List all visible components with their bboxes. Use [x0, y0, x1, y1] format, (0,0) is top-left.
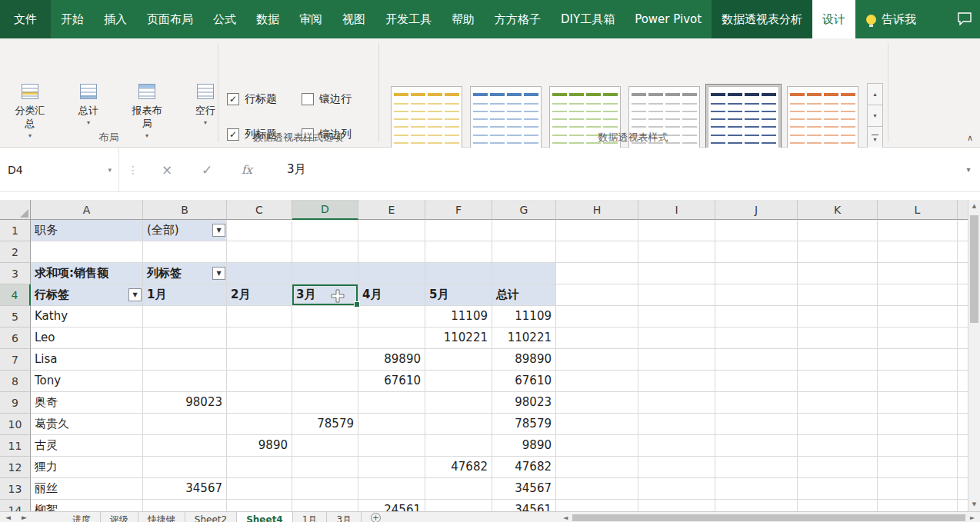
- cell-g14[interactable]: 34561: [492, 500, 556, 511]
- cell-l6[interactable]: [878, 327, 958, 349]
- cell-k13[interactable]: [798, 478, 878, 500]
- cell-i9[interactable]: [638, 392, 715, 414]
- cell-f11[interactable]: [425, 435, 492, 457]
- cell-j10[interactable]: [715, 414, 798, 435]
- sheet-nav-left-icon[interactable]: ◄: [0, 512, 16, 521]
- filter-dropdown-icon[interactable]: ▼: [128, 288, 142, 301]
- column-header-h[interactable]: H: [556, 200, 638, 220]
- cell-l11[interactable]: [878, 435, 958, 457]
- cell-a14[interactable]: 柳絮: [31, 500, 143, 511]
- cell-c14[interactable]: [227, 500, 292, 511]
- cell-j8[interactable]: [715, 371, 798, 392]
- cell-l10[interactable]: [878, 414, 958, 435]
- cell-d4[interactable]: 3月: [292, 284, 358, 306]
- cell-i3[interactable]: [638, 263, 715, 284]
- ribbon-tab-power-pivot[interactable]: Power Pivot: [625, 0, 712, 38]
- ribbon-tab-formulas[interactable]: 公式: [203, 0, 246, 38]
- horizontal-scrollbar[interactable]: ◄ ►: [560, 514, 978, 522]
- cell-g10[interactable]: 78579: [492, 414, 556, 435]
- cell-f7[interactable]: [425, 349, 492, 371]
- ribbon-tab-diy-toolbox[interactable]: DIY工具箱: [551, 0, 625, 38]
- cell-b6[interactable]: [143, 327, 227, 349]
- row-header-6[interactable]: 6: [0, 327, 31, 349]
- cell-j1[interactable]: [715, 220, 798, 241]
- gallery-scroll-down-icon[interactable]: ▾: [867, 105, 883, 127]
- column-header-f[interactable]: F: [425, 200, 492, 220]
- cell-k2[interactable]: [798, 241, 878, 263]
- cell-j12[interactable]: [715, 457, 798, 478]
- cell-c3[interactable]: [227, 263, 292, 284]
- cell-d8[interactable]: [292, 371, 358, 392]
- cell-e11[interactable]: [358, 435, 425, 457]
- cell-e13[interactable]: [358, 478, 425, 500]
- cell-l1[interactable]: [878, 220, 958, 241]
- enter-button[interactable]: ✓: [187, 162, 227, 178]
- cell-k1[interactable]: [798, 220, 878, 241]
- cell-h12[interactable]: [556, 457, 638, 478]
- cell-h2[interactable]: [556, 241, 638, 263]
- cell-j9[interactable]: [715, 392, 798, 414]
- cell-a2[interactable]: [31, 241, 143, 263]
- cell-j7[interactable]: [715, 349, 798, 371]
- scroll-right-icon[interactable]: ►: [967, 514, 978, 521]
- column-header-j[interactable]: J: [715, 200, 798, 220]
- cell-g1[interactable]: [492, 220, 556, 241]
- cell-a10[interactable]: 葛贵久: [31, 414, 143, 435]
- cell-e2[interactable]: [358, 241, 425, 263]
- cell-f4[interactable]: 5月: [425, 284, 492, 306]
- name-box-dropdown-icon[interactable]: ▾: [108, 166, 118, 174]
- cell-d5[interactable]: [292, 306, 358, 327]
- cell-l5[interactable]: [878, 306, 958, 327]
- cell-h10[interactable]: [556, 414, 638, 435]
- row-headers-checkbox[interactable]: ✓行标题: [227, 92, 302, 106]
- comments-icon[interactable]: [957, 12, 972, 28]
- cell-j6[interactable]: [715, 327, 798, 349]
- cell-g13[interactable]: 34567: [492, 478, 556, 500]
- tell-me[interactable]: 告诉我: [855, 0, 927, 38]
- cell-f1[interactable]: [425, 220, 492, 241]
- row-header-14[interactable]: 14: [0, 500, 31, 511]
- row-header-3[interactable]: 3: [0, 263, 31, 284]
- filter-dropdown-icon[interactable]: ▼: [212, 267, 225, 280]
- cell-l12[interactable]: [878, 457, 958, 478]
- sheet-tab-jindu[interactable]: 进度: [63, 512, 101, 522]
- cell-f14[interactable]: [425, 500, 492, 511]
- column-header-g[interactable]: G: [492, 200, 556, 220]
- sheet-tab-pingji[interactable]: 评级: [101, 512, 138, 522]
- cell-a12[interactable]: 狸力: [31, 457, 143, 478]
- filter-dropdown-icon[interactable]: ▼: [212, 224, 225, 237]
- name-box[interactable]: D4 ▾: [0, 148, 119, 191]
- cell-k5[interactable]: [798, 306, 878, 327]
- cell-k9[interactable]: [798, 392, 878, 414]
- select-all-button[interactable]: [0, 200, 31, 220]
- cell-b1[interactable]: (全部)▼: [143, 220, 227, 241]
- row-header-2[interactable]: 2: [0, 241, 31, 263]
- cell-f3[interactable]: [425, 263, 492, 284]
- cell-f5[interactable]: 11109: [425, 306, 492, 327]
- cell-i2[interactable]: [638, 241, 715, 263]
- cell-l7[interactable]: [878, 349, 958, 371]
- cell-a4[interactable]: 行标签▼: [31, 284, 143, 306]
- cell-e5[interactable]: [358, 306, 425, 327]
- cell-j13[interactable]: [715, 478, 798, 500]
- scroll-up-icon[interactable]: ▲: [968, 200, 980, 213]
- cell-j11[interactable]: [715, 435, 798, 457]
- cell-j14[interactable]: [715, 500, 798, 511]
- vertical-scrollbar[interactable]: ▲ ▼: [968, 200, 980, 511]
- vertical-scroll-thumb[interactable]: [970, 215, 978, 323]
- cell-l9[interactable]: [878, 392, 958, 414]
- column-header-l[interactable]: L: [878, 200, 958, 220]
- sheet-tab-1yue[interactable]: 1月: [293, 512, 328, 522]
- ribbon-tab-view[interactable]: 视图: [332, 0, 375, 38]
- cell-a9[interactable]: 奥奇: [31, 392, 143, 414]
- cell-c7[interactable]: [227, 349, 292, 371]
- row-header-7[interactable]: 7: [0, 349, 31, 371]
- cell-l8[interactable]: [878, 371, 958, 392]
- cell-e9[interactable]: [358, 392, 425, 414]
- cell-b8[interactable]: [143, 371, 227, 392]
- cell-e6[interactable]: [358, 327, 425, 349]
- cell-e10[interactable]: [358, 414, 425, 435]
- cell-b5[interactable]: [143, 306, 227, 327]
- cell-d12[interactable]: [292, 457, 358, 478]
- cell-g5[interactable]: 11109: [492, 306, 556, 327]
